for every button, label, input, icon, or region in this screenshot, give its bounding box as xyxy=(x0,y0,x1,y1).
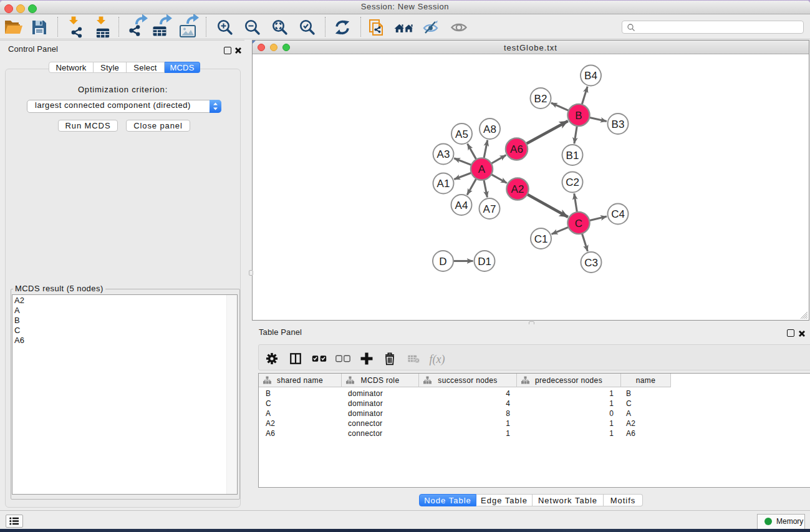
svg-text:A7: A7 xyxy=(483,203,496,215)
svg-text:D1: D1 xyxy=(478,256,491,268)
svg-text:A8: A8 xyxy=(483,123,496,135)
svg-text:C3: C3 xyxy=(584,257,598,269)
svg-text:A5: A5 xyxy=(455,128,468,140)
svg-text:f(x): f(x) xyxy=(430,353,445,366)
svg-text:C: C xyxy=(575,218,582,230)
svg-text:C1: C1 xyxy=(534,233,548,245)
svg-text:B4: B4 xyxy=(584,70,597,82)
svg-text:B: B xyxy=(575,110,582,122)
svg-text:A3: A3 xyxy=(437,148,450,160)
svg-text:A2: A2 xyxy=(511,183,524,195)
svg-text:C2: C2 xyxy=(566,177,579,188)
svg-text:A: A xyxy=(478,163,486,175)
svg-text:A6: A6 xyxy=(510,143,523,155)
svg-text:B3: B3 xyxy=(612,118,625,130)
svg-text:C4: C4 xyxy=(611,208,625,220)
svg-text:B1: B1 xyxy=(566,150,579,162)
svg-text:A1: A1 xyxy=(437,178,450,190)
svg-text:D: D xyxy=(439,256,446,268)
svg-text:A4: A4 xyxy=(455,200,468,211)
svg-text:B2: B2 xyxy=(534,93,547,105)
